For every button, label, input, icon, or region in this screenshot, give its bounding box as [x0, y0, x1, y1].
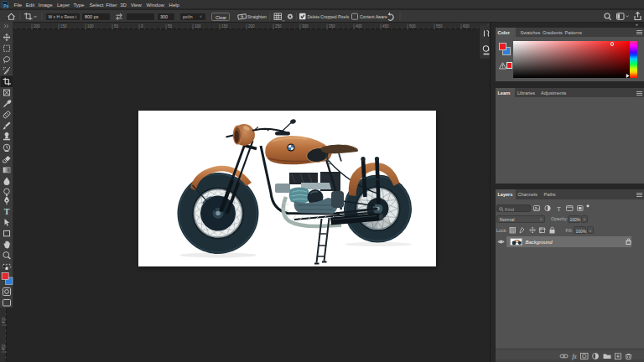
svg-text:T: T	[4, 207, 10, 216]
svg-text:300: 300	[302, 24, 309, 28]
svg-text:500: 500	[409, 24, 416, 28]
svg-text:200: 200	[34, 24, 40, 28]
svg-text:400: 400	[2, 317, 6, 323]
svg-text:50: 50	[168, 24, 173, 28]
svg-text:100: 100	[87, 24, 94, 28]
svg-text:100: 100	[195, 24, 201, 28]
svg-text:50: 50	[114, 24, 119, 28]
svg-text:400: 400	[356, 24, 362, 28]
svg-text:200: 200	[248, 24, 255, 28]
svg-text:600: 600	[463, 24, 470, 28]
svg-text:150: 150	[60, 24, 67, 28]
svg-text:550: 550	[436, 24, 443, 28]
svg-text:250: 250	[275, 24, 282, 28]
svg-text:450: 450	[2, 344, 6, 350]
svg-text:350: 350	[329, 24, 335, 28]
svg-text:450: 450	[382, 24, 389, 28]
svg-text:T: T	[557, 205, 561, 213]
svg-text:fx: fx	[572, 353, 577, 360]
svg-text:0: 0	[141, 24, 143, 28]
svg-text:150: 150	[221, 24, 228, 28]
